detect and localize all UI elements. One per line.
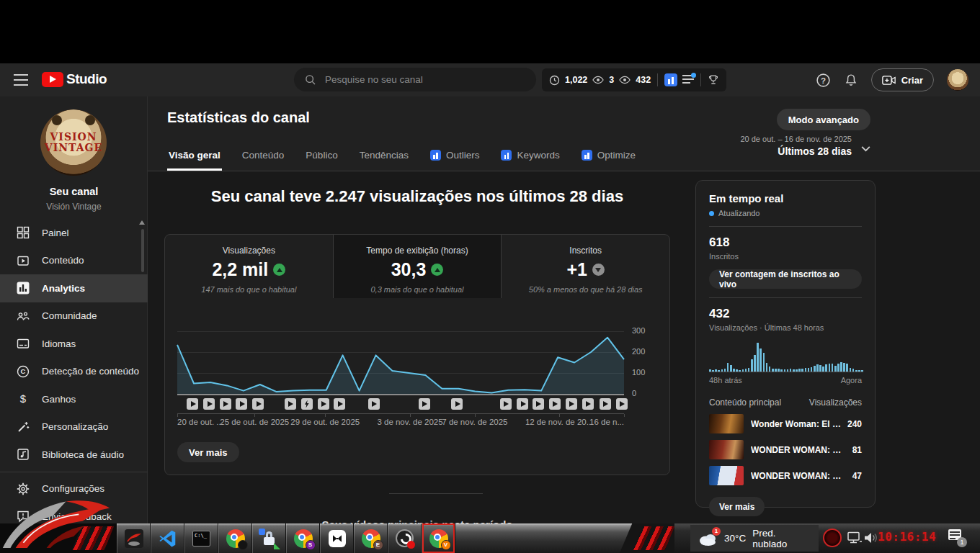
taskbar-app-app-lock[interactable] — [252, 523, 286, 553]
tab-p-blico[interactable]: Público — [304, 150, 339, 171]
realtime-bar — [801, 369, 803, 372]
video-upload-marker[interactable] — [451, 398, 463, 410]
avatar-text: VINTAGE — [45, 143, 102, 153]
taskbar-app-chrome-profile-v[interactable]: V — [422, 523, 455, 553]
tab-vis-o-geral[interactable]: Visão geral — [167, 150, 222, 171]
video-upload-marker[interactable] — [285, 398, 296, 410]
tab-outliers[interactable]: Outliers — [429, 150, 481, 171]
youtube-studio-logo[interactable]: Studio — [42, 71, 107, 87]
rog-tray-icon[interactable] — [823, 529, 842, 547]
volume-icon[interactable] — [862, 529, 879, 547]
views-line-chart[interactable] — [177, 331, 624, 394]
video-upload-marker[interactable] — [318, 398, 329, 410]
channel-avatar[interactable]: VISION VINTAGE — [40, 109, 107, 176]
video-upload-marker[interactable] — [500, 398, 512, 410]
vidiq-stats-pill[interactable]: 1,0223432 — [542, 68, 726, 91]
sidebar-item-personaliza-o[interactable]: Personalização — [0, 413, 148, 441]
weather-widget[interactable]: 1 30°C Pred. nublado — [690, 525, 819, 552]
create-button[interactable]: Criar — [871, 68, 934, 91]
play-marker-icon — [603, 401, 608, 407]
sidebar-item-detec-o-de-conte-do[interactable]: CDetecção de conteúdo — [0, 358, 148, 386]
realtime-bar — [790, 369, 792, 372]
taskbar-app-rog-game-app[interactable] — [117, 523, 151, 553]
realtime-bar — [769, 367, 771, 372]
tab-optimize[interactable]: Optimize — [580, 150, 637, 171]
notification-center-icon[interactable]: 1 — [947, 529, 967, 547]
taskbar-app-capcut[interactable] — [320, 523, 354, 553]
video-upload-marker[interactable] — [517, 398, 528, 410]
video-upload-marker[interactable] — [301, 398, 313, 410]
realtime-bar — [760, 349, 762, 372]
realtime-bar — [850, 368, 852, 372]
video-views: 81 — [852, 445, 862, 455]
sidebar-item-analytics[interactable]: Analytics — [0, 274, 148, 302]
sidebar-item-ganhos[interactable]: $Ganhos — [0, 385, 148, 413]
list-icon[interactable] — [682, 75, 694, 85]
live-subscriber-count-button[interactable]: Ver contagem de inscritos ao vivo — [709, 269, 862, 289]
metric-card-visualiza-es[interactable]: Visualizações2,2 mil147 mais do que o ha… — [165, 235, 333, 298]
taskbar-app-chrome-profile-e[interactable]: E — [354, 523, 388, 553]
x-axis-label: 16 de n... — [589, 418, 624, 426]
realtime-see-more-button[interactable]: Ver mais — [709, 497, 765, 516]
video-upload-marker[interactable] — [236, 398, 247, 410]
video-upload-marker[interactable] — [203, 398, 215, 410]
trophy-icon[interactable] — [708, 74, 719, 86]
tab-tend-ncias[interactable]: Tendências — [358, 150, 410, 171]
channel-search[interactable] — [294, 68, 536, 91]
realtime-bar — [754, 355, 756, 372]
notifications-bell-icon[interactable] — [844, 73, 858, 88]
account-avatar[interactable] — [947, 69, 968, 91]
taskbar-app-chrome-profile-s[interactable]: S — [286, 523, 320, 553]
app-lock-icon — [259, 529, 280, 549]
video-upload-marker[interactable] — [334, 398, 345, 410]
film-reel-icon — [52, 115, 62, 125]
vidiq-icon[interactable] — [664, 73, 677, 86]
sidebar-item-comunidade[interactable]: Comunidade — [0, 302, 148, 331]
advanced-mode-button[interactable]: Modo avançado — [777, 109, 870, 130]
top-content-header: Conteúdo principal — [709, 397, 781, 408]
video-upload-marker[interactable] — [368, 398, 380, 410]
see-more-button[interactable]: Ver mais — [177, 442, 239, 462]
top-content-row[interactable]: WONDER WOMAN: Los Dios…47 — [709, 466, 862, 485]
video-upload-marker[interactable] — [600, 398, 611, 410]
taskbar-app-chrome-profile-1[interactable] — [218, 523, 252, 553]
metric-card-inscritos[interactable]: Inscritos+150% a menos do que há 28 dias — [501, 235, 669, 298]
top-content-row[interactable]: Wonder Woman: El Desper…240 — [709, 414, 862, 433]
gridline — [177, 394, 624, 395]
network-icon[interactable] — [846, 529, 863, 547]
help-icon[interactable]: ? — [816, 73, 831, 88]
sidebar-item-conte-do[interactable]: Conteúdo — [0, 247, 148, 275]
tick-mark — [475, 414, 476, 417]
search-input[interactable] — [325, 74, 512, 85]
taskbar-app-obs[interactable] — [388, 523, 422, 553]
date-range-picker[interactable]: 20 de out. – 16 de nov. de 2025 Últimos … — [740, 135, 852, 157]
tab-keywords[interactable]: Keywords — [499, 150, 561, 171]
menu-icon[interactable] — [14, 74, 28, 86]
video-upload-marker[interactable] — [220, 398, 231, 410]
play-marker-icon — [240, 401, 245, 407]
realtime-bar — [766, 363, 768, 372]
video-upload-marker[interactable] — [549, 398, 561, 410]
tab-conte-do[interactable]: Conteúdo — [241, 150, 286, 171]
video-upload-marker[interactable] — [566, 398, 577, 410]
video-upload-marker[interactable] — [533, 398, 544, 410]
metric-note: 0,3 mais do que o habitual — [334, 285, 502, 294]
video-upload-marker[interactable] — [582, 398, 594, 410]
analytics-main: Estatísticas do canal Visão geralConteúd… — [148, 96, 980, 523]
sidebar-item-painel[interactable]: Painel — [0, 219, 148, 247]
terminal-icon: C:\_ — [192, 531, 210, 547]
video-upload-marker[interactable] — [187, 398, 198, 410]
taskbar-app-vscode[interactable] — [151, 523, 184, 553]
chrome-icon — [226, 529, 245, 548]
sidebar-item-biblioteca-de-udio[interactable]: Biblioteca de áudio — [0, 441, 148, 469]
metric-card-tempo-de-exibi-o-horas-[interactable]: Tempo de exibição (horas)30,30,3 mais do… — [333, 235, 502, 298]
video-upload-marker[interactable] — [252, 398, 264, 410]
realtime-bar — [805, 368, 807, 372]
video-upload-marker[interactable] — [616, 398, 628, 410]
sidebar-item-idiomas[interactable]: Idiomas — [0, 330, 148, 358]
chevron-down-icon[interactable] — [860, 143, 872, 155]
video-upload-marker[interactable] — [419, 398, 430, 410]
play-marker-icon — [208, 401, 213, 407]
taskbar-app-terminal[interactable]: C:\_ — [184, 523, 218, 553]
top-content-row[interactable]: WONDER WOMAN: EL TERR…81 — [709, 440, 862, 459]
